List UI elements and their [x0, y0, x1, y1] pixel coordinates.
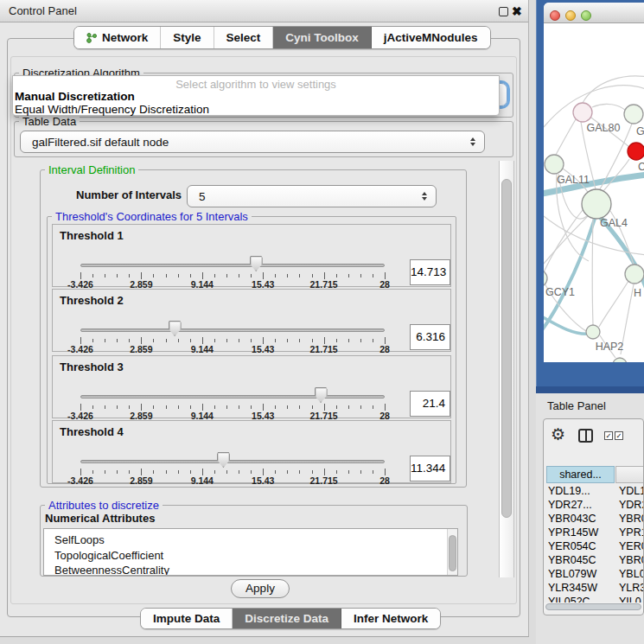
network-node[interactable]: [628, 143, 644, 160]
slider-tick: [226, 470, 227, 474]
slider-tick: [226, 405, 227, 409]
close-icon[interactable]: ✖: [512, 3, 522, 20]
threshold-value-field[interactable]: 6.316: [410, 324, 450, 350]
slider-tick: [92, 405, 93, 409]
threshold-slider-track[interactable]: [80, 328, 385, 332]
column-header-shared[interactable]: shared...: [546, 466, 615, 483]
threshold-value-field[interactable]: 21.4: [410, 391, 450, 417]
float-window-icon[interactable]: [499, 7, 508, 16]
table-row[interactable]: YDR27...YDR2: [544, 499, 644, 513]
network-node[interactable]: [613, 358, 627, 362]
table-row[interactable]: YLR345WYLR3: [544, 582, 644, 596]
slider-tick: [214, 274, 215, 277]
threshold-value-field[interactable]: 14.713: [410, 259, 450, 285]
tab-jactivemnodules[interactable]: jActiveMNodules: [372, 27, 490, 48]
network-node-label: HAP2: [596, 341, 624, 353]
slider-tick: [324, 404, 325, 411]
bottom-tab-discretize-data[interactable]: Discretize Data: [233, 609, 341, 628]
slider-tick: [360, 274, 361, 277]
apply-button[interactable]: Apply: [231, 579, 290, 598]
table-hscrollbar-thumb[interactable]: [545, 603, 641, 610]
combo-stepper-icon[interactable]: [470, 137, 475, 146]
network-node[interactable]: [586, 325, 600, 339]
tab-network[interactable]: Network: [74, 27, 161, 48]
network-view-frame-edge: [536, 386, 644, 393]
table-row[interactable]: YPR145WYPR1: [544, 526, 644, 540]
slider-tick: [263, 337, 264, 344]
attribute-list-item[interactable]: TopologicalCoefficient: [44, 548, 457, 564]
slider-tick: [105, 405, 105, 409]
bottom-tabstrip: Impute DataDiscretize DataInfer Network: [140, 608, 441, 629]
table-row[interactable]: YBR043CYBR0: [544, 513, 644, 526]
network-node[interactable]: [582, 189, 611, 219]
network-node-label: C: [638, 161, 644, 173]
threshold-slider-thumb[interactable]: [217, 452, 230, 468]
slider-tick: [324, 337, 325, 344]
slider-tick: [239, 470, 239, 474]
threshold-slider-thumb[interactable]: [315, 387, 328, 403]
combo-stepper-icon[interactable]: [422, 192, 427, 201]
slider-tick: [202, 404, 203, 411]
slider-tick: [373, 274, 373, 277]
table-row[interactable]: YDL19...YDL1: [544, 485, 644, 499]
bottom-tab-label: Discretize Data: [245, 612, 328, 625]
dropdown-option[interactable]: Manual Discretization: [15, 90, 135, 103]
list-scrollbar-thumb[interactable]: [449, 535, 456, 571]
split-columns-icon[interactable]: [578, 429, 593, 443]
table-hscrollbar-track[interactable]: [544, 603, 643, 611]
network-node[interactable]: [545, 155, 564, 174]
threshold-slider-thumb[interactable]: [169, 321, 182, 336]
network-node[interactable]: [544, 270, 547, 287]
network-node[interactable]: [573, 103, 592, 122]
threshold-value-field[interactable]: 11.344: [410, 456, 450, 481]
slider-tick: [336, 405, 337, 409]
slider-tick: [263, 272, 264, 279]
top-tabstrip: NetworkStyleSelectCyni ToolboxjActiveMNo…: [73, 26, 491, 49]
numerical-attributes-list[interactable]: SelfLoopsTopologicalCoefficientBetweenne…: [43, 528, 458, 576]
slider-tick: [166, 339, 167, 342]
table-row[interactable]: YER054CYER0: [544, 540, 644, 554]
number-of-intervals-value: 5: [199, 186, 206, 207]
network-window-titlebar: [544, 3, 644, 23]
tab-cyni-toolbox[interactable]: Cyni Toolbox: [273, 27, 372, 48]
close-traffic-light-icon[interactable]: [550, 10, 560, 21]
slider-tick: [166, 405, 167, 409]
dropdown-option[interactable]: Equal Width/Frequency Discretization: [15, 103, 209, 116]
slider-tick: [348, 274, 349, 277]
zoom-traffic-light-icon[interactable]: [581, 10, 591, 21]
bottom-tab-infer-network[interactable]: Infer Network: [341, 609, 440, 628]
tab-label: Network: [102, 31, 148, 44]
table-row[interactable]: YBR045CYBR0: [544, 554, 644, 568]
threshold-slider-track[interactable]: [80, 395, 385, 399]
table-row[interactable]: YBL079WYBL0: [544, 568, 644, 582]
threshold-slider-thumb[interactable]: [250, 256, 263, 271]
threshold-slider-track[interactable]: [80, 264, 385, 267]
bottom-tab-impute-data[interactable]: Impute Data: [141, 609, 233, 628]
attribute-list-item[interactable]: BetweennessCentrality: [44, 563, 457, 576]
table-cell-name: YER0: [619, 540, 644, 552]
table-data-combobox[interactable]: galFiltered.sif default node: [20, 131, 485, 153]
number-of-intervals-combobox[interactable]: 5: [187, 185, 437, 207]
network-node-label: H: [634, 287, 641, 299]
threshold-slider-track[interactable]: [80, 460, 385, 463]
minimize-traffic-light-icon[interactable]: [565, 10, 576, 21]
tab-style[interactable]: Style: [161, 27, 214, 48]
slider-tick: [251, 339, 252, 342]
network-window: GAL80GACGAL11GAL4GCY1HHAP2: [544, 3, 644, 362]
table-cell-name: YBR0: [619, 554, 644, 566]
settings-gear-icon[interactable]: ⚙: [551, 426, 565, 443]
checkbox-icon[interactable]: ✓: [604, 431, 613, 440]
slider-tick: [312, 274, 313, 277]
network-node[interactable]: [625, 265, 644, 284]
slider-tick: [214, 405, 215, 409]
tab-select[interactable]: Select: [214, 27, 274, 48]
checkbox-icon[interactable]: ✓: [615, 431, 623, 440]
network-node[interactable]: [624, 105, 643, 124]
slider-tick: [348, 470, 349, 474]
attribute-list-item[interactable]: SelfLoops: [44, 532, 457, 548]
content-scrollbar-thumb[interactable]: [501, 179, 512, 518]
thresholds-group-title: Threshold's Coordinates for 5 Intervals: [52, 210, 252, 223]
slider-tick-label: 21.715: [298, 344, 350, 354]
column-header-name[interactable]: na: [615, 466, 644, 483]
network-canvas[interactable]: GAL80GACGAL11GAL4GCY1HHAP2: [544, 23, 644, 362]
